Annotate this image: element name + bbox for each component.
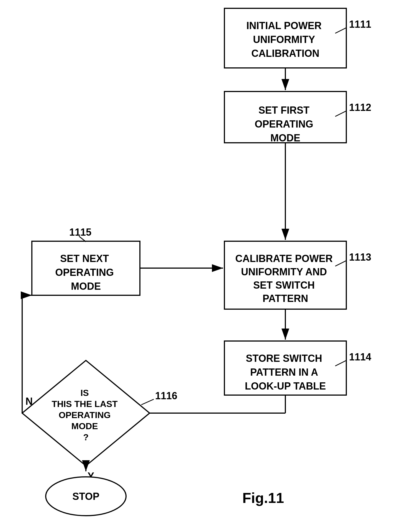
flowchart-diagram: INITIAL POWER UNIFORMITY CALIBRATION 111… <box>0 0 420 524</box>
svg-line-4 <box>141 399 154 405</box>
label-1112: 1112 <box>349 102 371 113</box>
stop-text: STOP <box>72 491 99 502</box>
label-1115: 1115 <box>69 227 91 238</box>
label-1114: 1114 <box>349 351 371 363</box>
label-1116: 1116 <box>155 390 177 401</box>
box-1111-text: INITIAL POWER UNIFORMITY CALIBRATION <box>246 20 324 59</box>
label-1113: 1113 <box>349 251 371 263</box>
label-1111: 1111 <box>349 19 371 30</box>
figure-label: Fig.11 <box>242 490 284 506</box>
box-1114-text: STORE SWITCH PATTERN IN A LOOK-UP TABLE <box>245 353 326 392</box>
n-label: N <box>25 396 33 407</box>
